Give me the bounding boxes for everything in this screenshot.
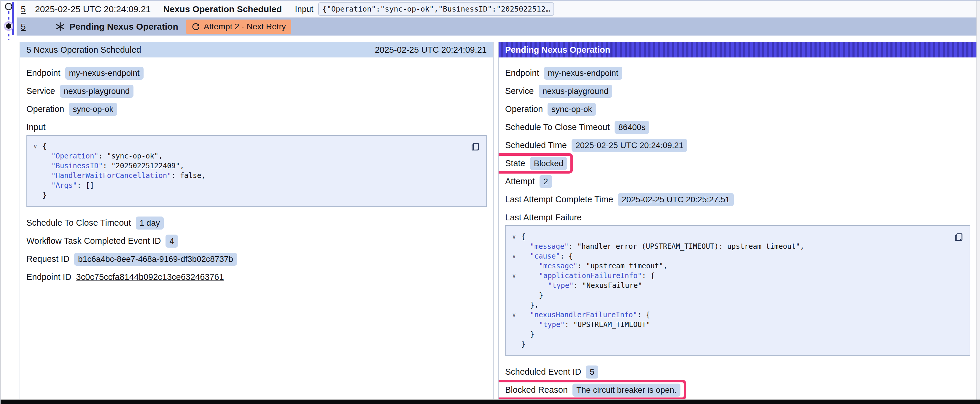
chevron-spacer bbox=[512, 281, 521, 291]
json-line: ∨{ bbox=[33, 142, 480, 151]
json-value: : false, bbox=[172, 171, 206, 181]
json-key: "type" bbox=[539, 320, 565, 330]
scheduled-panel-time: 2025-02-25 UTC 20:24:09.21 bbox=[375, 45, 487, 55]
field-operation: Operationsync-op-ok bbox=[505, 103, 596, 115]
field-value-chip: my-nexus-endpoint bbox=[544, 67, 622, 80]
field-value-chip: nexus-playground bbox=[539, 85, 612, 98]
page-scrollbar-track[interactable] bbox=[977, 1, 980, 399]
collapse-chevron-icon[interactable]: ∨ bbox=[33, 142, 42, 151]
json-value: : { bbox=[560, 252, 573, 261]
scheduled-panel-title: 5 Nexus Operation Scheduled bbox=[26, 45, 141, 55]
json-line: }, bbox=[512, 300, 963, 310]
field-value-chip: sync-op-ok bbox=[69, 103, 117, 116]
scheduled-panel-header: 5 Nexus Operation Scheduled 2025-02-25 U… bbox=[20, 42, 493, 57]
field-endpoint: Endpointmy-nexus-endpoint bbox=[505, 67, 622, 79]
field-label: Endpoint bbox=[26, 68, 60, 78]
json-line: } bbox=[512, 339, 963, 349]
event-marker-filled-dot bbox=[6, 24, 11, 29]
json-line: "Operation": "sync-op-ok", bbox=[33, 151, 480, 161]
json-line: "type": "NexusFailure" bbox=[512, 281, 963, 291]
event-id-link[interactable]: 5 bbox=[21, 4, 33, 14]
json-value: : "UPSTREAM_TIMEOUT" bbox=[565, 320, 651, 330]
json-key: "type" bbox=[548, 281, 574, 291]
json-value: { bbox=[42, 142, 46, 151]
json-line: "Args": [] bbox=[33, 181, 480, 190]
field-label: State bbox=[505, 158, 525, 168]
json-value: : "handler error (UPSTREAM_TIMEOUT): ups… bbox=[569, 242, 804, 252]
input-preview-chip[interactable]: {"Operation":"sync-op-ok","BusinessID":"… bbox=[318, 2, 554, 16]
json-line: "BusinessID": "20250225122409", bbox=[33, 161, 480, 171]
json-key: "message" bbox=[530, 242, 569, 252]
json-value: : { bbox=[642, 271, 655, 281]
field-value-chip: 2 bbox=[539, 175, 552, 188]
field-value-link[interactable]: 3c0c75ccfa8144b092c13ce632463761 bbox=[76, 272, 224, 282]
json-line: ∨"applicationFailureInfo": { bbox=[512, 271, 963, 281]
field-label: Scheduled Event ID bbox=[505, 367, 581, 377]
json-line: } bbox=[512, 291, 963, 300]
json-line: ∨"nexusHandlerFailureInfo": { bbox=[512, 310, 963, 320]
field-operation: Operationsync-op-ok bbox=[26, 103, 117, 115]
field-label: Workflow Task Completed Event ID bbox=[26, 236, 161, 246]
field-endpoint: Endpointmy-nexus-endpoint bbox=[26, 67, 143, 79]
retry-icon bbox=[191, 22, 200, 31]
input-json-viewer: ∨{"Operation": "sync-op-ok","BusinessID"… bbox=[26, 135, 487, 207]
json-key: "HandlerWaitForCancellation" bbox=[51, 171, 172, 181]
event-row-nexus-operation-scheduled[interactable]: 5 2025-02-25 UTC 20:24:09.21 Nexus Opera… bbox=[17, 1, 980, 17]
field-schedule-to-close-timeout: Schedule To Close Timeout1 day bbox=[26, 217, 164, 229]
field-attempt: Attempt2 bbox=[505, 175, 552, 187]
json-line: ∨{ bbox=[512, 232, 963, 242]
field-value-chip: 2025-02-25 UTC 20:24:09.21 bbox=[571, 139, 687, 152]
field-scheduled-event-id: Scheduled Event ID5 bbox=[505, 366, 598, 378]
json-value: : { bbox=[637, 310, 650, 320]
chevron-spacer bbox=[33, 161, 42, 171]
collapse-chevron-icon[interactable]: ∨ bbox=[512, 252, 521, 261]
pending-operation-title: Pending Nexus Operation bbox=[69, 22, 178, 32]
field-label: Operation bbox=[26, 104, 64, 114]
json-key: "Operation" bbox=[51, 151, 99, 161]
collapse-chevron-icon[interactable]: ∨ bbox=[512, 310, 521, 320]
last-attempt-failure-label: Last Attempt Failure bbox=[505, 211, 970, 223]
field-label: Scheduled Time bbox=[505, 140, 567, 150]
json-key: "nexusHandlerFailureInfo" bbox=[530, 310, 637, 320]
field-label: Request ID bbox=[26, 254, 69, 264]
json-key: "Args" bbox=[51, 181, 77, 190]
field-value-chip: b1c6a4bc-8ee7-468a-9169-df3b02c8737b bbox=[74, 253, 237, 266]
timeline-active-bar bbox=[12, 2, 14, 35]
field-label: Service bbox=[505, 86, 534, 96]
field-request-id: Request IDb1c6a4bc-8ee7-468a-9169-df3b02… bbox=[26, 253, 237, 265]
event-timestamp: 2025-02-25 UTC 20:24:09.21 bbox=[35, 4, 151, 14]
chevron-spacer bbox=[512, 242, 521, 252]
field-value-chip: Blocked bbox=[530, 157, 567, 170]
field-label: Attempt bbox=[505, 176, 535, 186]
field-blocked-reason: Blocked ReasonThe circuit breaker is ope… bbox=[505, 384, 681, 396]
json-value: : "sync-op-ok", bbox=[99, 151, 163, 161]
chevron-spacer bbox=[512, 330, 521, 339]
field-value-chip: 1 day bbox=[136, 217, 164, 230]
field-value-chip: The circuit breaker is open. bbox=[573, 383, 681, 397]
collapse-chevron-icon[interactable]: ∨ bbox=[512, 232, 521, 242]
field-label: Schedule To Close Timeout bbox=[26, 218, 131, 228]
field-value-chip: sync-op-ok bbox=[547, 103, 596, 116]
chevron-spacer bbox=[33, 151, 42, 161]
json-value: : "20250225122409", bbox=[103, 161, 184, 171]
event-row-pending-nexus-operation[interactable]: 5 Pending Nexus Operation Attempt 2 · Ne… bbox=[17, 17, 980, 36]
field-label: Endpoint ID bbox=[26, 272, 72, 282]
event-id-link[interactable]: 5 bbox=[21, 22, 33, 32]
input-label: Input bbox=[295, 5, 313, 14]
field-schedule-to-close-timeout: Schedule To Close Timeout86400s bbox=[505, 121, 649, 133]
json-line: } bbox=[512, 330, 963, 339]
copy-icon[interactable] bbox=[953, 231, 964, 242]
json-value: { bbox=[521, 232, 525, 242]
chevron-spacer bbox=[33, 171, 42, 181]
collapse-chevron-icon[interactable]: ∨ bbox=[512, 271, 521, 281]
copy-icon[interactable] bbox=[469, 140, 481, 152]
field-value-chip: 86400s bbox=[614, 121, 649, 134]
event-marker-open-circle bbox=[5, 3, 12, 10]
chevron-spacer bbox=[512, 320, 521, 330]
attempt-retry-text: Attempt 2 · Next Retry bbox=[204, 22, 286, 32]
event-detail-panels: 5 Nexus Operation Scheduled 2025-02-25 U… bbox=[19, 42, 977, 399]
temporal-event-history-screen: 5 2025-02-25 UTC 20:24:09.21 Nexus Opera… bbox=[0, 0, 980, 404]
json-value: } bbox=[539, 291, 543, 300]
field-value-chip: nexus-playground bbox=[60, 85, 134, 98]
json-line: ∨"cause": { bbox=[512, 252, 963, 261]
